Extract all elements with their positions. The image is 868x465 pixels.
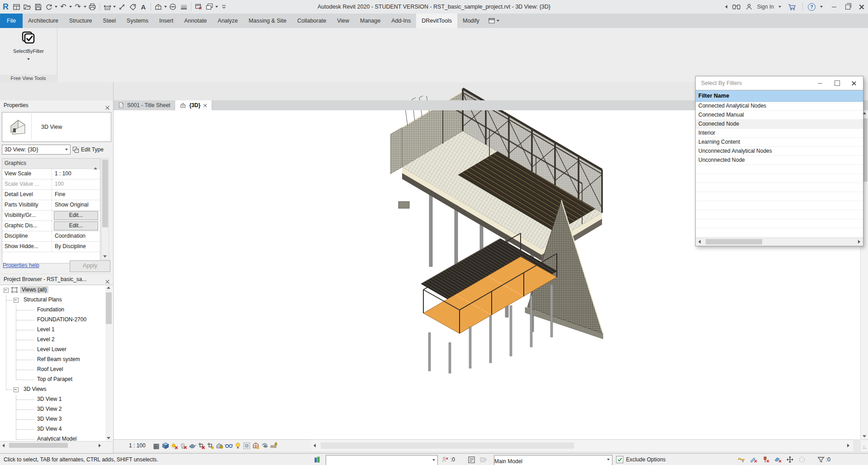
open-file-icon[interactable] bbox=[22, 2, 32, 12]
scroll-left-icon[interactable] bbox=[698, 240, 701, 244]
crop-region-icon[interactable] bbox=[206, 442, 215, 450]
tree-item-foundation[interactable]: Foundation bbox=[0, 305, 113, 315]
scrollbar-thumb[interactable] bbox=[106, 292, 112, 324]
tree-item-roof-level[interactable]: Roof Level bbox=[0, 365, 113, 375]
tree-item-foundation-2700[interactable]: FOUNDATION-2700 bbox=[0, 315, 113, 325]
tab-file[interactable]: File bbox=[0, 14, 23, 28]
property-row[interactable]: Parts VisibilityShow Original bbox=[2, 200, 100, 211]
type-selector-combo[interactable]: 3D View: {3D} bbox=[2, 145, 71, 155]
tree-item-3d-view-3[interactable]: 3D View 3 bbox=[0, 414, 113, 424]
scrollbar-thumb[interactable] bbox=[9, 443, 68, 448]
scroll-right-icon[interactable] bbox=[99, 444, 101, 447]
property-row[interactable]: DisciplineCoordination bbox=[2, 231, 100, 242]
filter-row[interactable]: Coonected Node bbox=[696, 120, 863, 129]
dialog-minimize-icon[interactable] bbox=[813, 76, 827, 90]
project-browser-tree[interactable]: Views (all) Structural Plans Foundation … bbox=[0, 285, 113, 441]
scrollbar-thumb[interactable] bbox=[706, 239, 762, 244]
resize-grip[interactable] bbox=[861, 439, 868, 451]
tab-structure[interactable]: Structure bbox=[64, 14, 98, 28]
scroll-right-icon[interactable] bbox=[858, 240, 860, 244]
filter-row[interactable]: Connected Analytical Nodes bbox=[696, 102, 863, 111]
scroll-up-icon[interactable] bbox=[107, 287, 110, 289]
temporary-view-properties-icon[interactable] bbox=[242, 442, 251, 450]
worksets-icon[interactable] bbox=[313, 454, 321, 465]
apply-button[interactable]: Apply bbox=[70, 260, 110, 272]
thin-lines-icon[interactable] bbox=[179, 2, 189, 12]
property-row[interactable]: Visibility/Gr...Edit... bbox=[2, 211, 100, 221]
project-browser-vscrollbar[interactable] bbox=[105, 285, 112, 441]
drag-elements-on-selection-icon[interactable] bbox=[786, 454, 794, 465]
collapse-group-icon[interactable] bbox=[94, 159, 100, 169]
canvas-hscrollbar[interactable] bbox=[311, 439, 853, 451]
filter-list-header[interactable]: Filter Name bbox=[696, 90, 863, 102]
property-row[interactable]: Show Hidde...By Discipline bbox=[2, 242, 100, 252]
save-icon[interactable] bbox=[33, 2, 43, 12]
property-row[interactable]: Graphic Dis...Edit... bbox=[2, 221, 100, 231]
panel-label[interactable]: Free View Tools bbox=[0, 75, 57, 82]
dialog-close-icon[interactable] bbox=[847, 76, 860, 90]
tree-item-3d-view-1[interactable]: 3D View 1 bbox=[0, 395, 113, 404]
rendering-dialog-icon[interactable] bbox=[188, 442, 197, 450]
tree-expander-icon[interactable] bbox=[4, 288, 9, 293]
tab-modify[interactable]: Modify bbox=[457, 14, 485, 28]
edit-type-button[interactable]: Edit Type bbox=[72, 145, 104, 155]
redo-icon[interactable]: ↷ bbox=[73, 2, 83, 12]
aligned-dimension-icon[interactable] bbox=[117, 2, 127, 12]
design-option-combo[interactable]: Main Model bbox=[494, 455, 612, 465]
filter-row[interactable]: Connected Manual bbox=[696, 111, 863, 120]
sign-in-label[interactable]: Sign In bbox=[757, 4, 774, 10]
help-icon[interactable]: ? bbox=[808, 3, 816, 11]
temporary-hide-isolate-icon[interactable] bbox=[224, 442, 233, 450]
tree-item-analytical-model[interactable]: Analytical Model bbox=[0, 434, 113, 441]
sync-with-central-icon[interactable] bbox=[44, 2, 54, 12]
scrollbar-thumb[interactable] bbox=[102, 160, 108, 227]
switch-windows-dropdown-icon[interactable] bbox=[215, 6, 218, 8]
tree-item-level-lower[interactable]: Level Lower bbox=[0, 345, 113, 355]
reveal-constraints-icon[interactable] bbox=[270, 442, 279, 450]
store-cart-icon[interactable] bbox=[787, 3, 797, 11]
scrollbar-thumb[interactable] bbox=[321, 442, 574, 449]
property-row[interactable]: Scale Value ...100 bbox=[2, 179, 100, 190]
detail-level-icon[interactable]: ▦ bbox=[152, 442, 161, 450]
tab-systems[interactable]: Systems bbox=[121, 14, 154, 28]
select-by-filter-button[interactable]: SelectByFilter bbox=[6, 31, 51, 62]
project-browser-hscrollbar[interactable] bbox=[0, 441, 113, 450]
filter-row[interactable]: Unconnected Analytical Nodes bbox=[696, 147, 863, 156]
tree-item-structural-plans[interactable]: Structural Plans bbox=[0, 295, 113, 305]
select-links-icon[interactable] bbox=[737, 454, 745, 465]
tree-expander-icon[interactable] bbox=[14, 387, 19, 392]
sun-path-icon[interactable] bbox=[170, 442, 179, 450]
measure-dropdown-icon[interactable] bbox=[113, 6, 116, 8]
tab-annotate[interactable]: Annotate bbox=[179, 14, 212, 28]
visibility-edit-button[interactable]: Edit... bbox=[54, 211, 98, 220]
search-binoculars-icon[interactable] bbox=[732, 3, 741, 10]
exclude-options-label[interactable]: Exclude Options bbox=[626, 454, 665, 465]
tab-analyze[interactable]: Analyze bbox=[212, 14, 243, 28]
tab-view[interactable]: View bbox=[332, 14, 355, 28]
tree-item-ref-beam-system[interactable]: Ref Beam system bbox=[0, 355, 113, 365]
tab-insert[interactable]: Insert bbox=[154, 14, 179, 28]
customize-qat-icon[interactable] bbox=[219, 2, 229, 12]
ribbon-state-toggle[interactable] bbox=[485, 14, 503, 28]
3d-view-dropdown-icon[interactable] bbox=[164, 6, 167, 8]
undo-dropdown-icon[interactable] bbox=[69, 6, 72, 8]
properties-close-icon[interactable] bbox=[105, 103, 109, 113]
measure-icon[interactable] bbox=[102, 2, 112, 12]
help-dropdown-icon[interactable] bbox=[820, 6, 823, 8]
scroll-down-icon[interactable] bbox=[107, 437, 110, 439]
exclude-options-checkbox[interactable] bbox=[616, 454, 623, 465]
close-hidden-windows-icon[interactable] bbox=[194, 2, 204, 12]
properties-window-icon[interactable] bbox=[11, 2, 21, 12]
sign-in-dropdown-icon[interactable] bbox=[778, 6, 781, 8]
view-scale-button[interactable]: 1 : 100 bbox=[129, 442, 146, 449]
design-options-icon[interactable] bbox=[468, 454, 475, 465]
scroll-down-icon[interactable] bbox=[863, 435, 866, 437]
properties-help-link[interactable]: Properties help bbox=[3, 262, 39, 268]
property-row[interactable]: View Scale1 : 100 bbox=[2, 169, 100, 179]
tree-item-views-all[interactable]: Views (all) bbox=[0, 285, 113, 295]
select-underlay-elements-icon[interactable] bbox=[749, 454, 758, 465]
revit-logo-icon[interactable]: R bbox=[2, 2, 10, 12]
section-icon[interactable] bbox=[168, 2, 178, 12]
select-by-filter-dropdown-icon[interactable] bbox=[27, 58, 30, 60]
default-3d-view-icon[interactable] bbox=[153, 2, 163, 12]
